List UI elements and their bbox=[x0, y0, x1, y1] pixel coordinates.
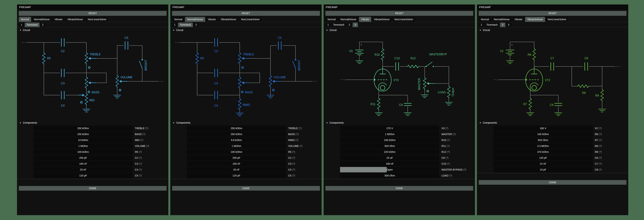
help-link[interactable]: (?) bbox=[447, 150, 450, 153]
value-slider[interactable]: 820 Ohm bbox=[494, 137, 593, 143]
value-slider[interactable]: 100 kOhm bbox=[34, 149, 133, 155]
subtab-1[interactable]: 1 bbox=[172, 23, 178, 27]
value-slider[interactable]: 270 V bbox=[340, 126, 439, 131]
help-link[interactable]: (?) bbox=[449, 174, 452, 177]
help-link[interactable]: (?) bbox=[145, 127, 148, 130]
tab-vibratodeluxe[interactable]: VibratoDeluxe bbox=[65, 17, 85, 22]
help-link[interactable]: (?) bbox=[298, 127, 302, 130]
help-link[interactable]: (?) bbox=[446, 156, 448, 159]
circuit-section-header[interactable]: ▼ Circuit bbox=[477, 27, 628, 32]
help-link[interactable]: (?) bbox=[599, 156, 602, 159]
tab-nonlinearsolver[interactable]: NonLinearSolver bbox=[392, 17, 415, 22]
circuit-section-header[interactable]: ▼ Circuit bbox=[324, 27, 475, 32]
value-slider[interactable]: 100 kOhm bbox=[340, 137, 439, 143]
value-slider[interactable]: 10 kOhm bbox=[34, 137, 133, 143]
subtab-2[interactable]: 2 bbox=[347, 23, 352, 27]
subtab-2[interactable]: 2 bbox=[500, 23, 505, 27]
help-link[interactable]: (?) bbox=[300, 145, 302, 147]
done-button[interactable]: DONE bbox=[326, 186, 473, 191]
tab-nonlinearsolver[interactable]: NonLinearSolver bbox=[239, 17, 262, 22]
reset-button[interactable]: RESET bbox=[172, 11, 320, 16]
tab-normaldeluxe[interactable]: NormalDeluxe bbox=[492, 17, 512, 22]
circuit-section-header[interactable]: ▼ Circuit bbox=[17, 27, 168, 32]
tab-normaldeluxe[interactable]: NormalDeluxe bbox=[338, 17, 358, 22]
value-slider[interactable]: 25 uF bbox=[340, 155, 439, 160]
value-slider[interactable]: 250 kOhm bbox=[34, 126, 133, 131]
components-section-header[interactable]: ▼ Components bbox=[477, 120, 628, 125]
tab-nonlinearsolver[interactable]: NonLinearSolver bbox=[546, 17, 568, 22]
tab-normal[interactable]: Normal bbox=[19, 17, 31, 22]
value-slider[interactable]: 100 nF bbox=[340, 161, 439, 166]
help-link[interactable]: (?) bbox=[292, 168, 295, 171]
value-slider[interactable]: 500 Ohm bbox=[340, 173, 439, 178]
value-slider[interactable]: 820 Ohm bbox=[340, 143, 439, 149]
tab-vibrato[interactable]: Vibrato bbox=[206, 17, 218, 22]
value-slider[interactable]: 120 pF bbox=[494, 155, 593, 160]
help-link[interactable]: (?) bbox=[295, 139, 298, 141]
help-link[interactable]: (?) bbox=[599, 139, 602, 141]
tab-normal[interactable]: Normal bbox=[326, 17, 338, 22]
tab-normal[interactable]: Normal bbox=[479, 17, 491, 22]
help-link[interactable]: (?) bbox=[139, 174, 142, 177]
subtab-3[interactable]: 3 bbox=[352, 23, 358, 27]
value-slider[interactable]: 250 pF bbox=[187, 155, 286, 160]
reset-button[interactable]: RESET bbox=[19, 11, 166, 16]
value-slider[interactable]: 250 kOhm bbox=[187, 131, 286, 137]
help-link[interactable]: (?) bbox=[447, 162, 450, 165]
subtab-tonestack[interactable]: Tonestack bbox=[484, 23, 500, 27]
help-link[interactable]: (?) bbox=[292, 162, 295, 165]
help-link[interactable]: (?) bbox=[447, 145, 450, 147]
help-link[interactable]: (?) bbox=[292, 150, 295, 153]
value-slider[interactable]: 1 MOhm bbox=[187, 143, 286, 149]
tab-normaldeluxe[interactable]: NormalDeluxe bbox=[32, 17, 52, 22]
tab-normal[interactable]: Normal bbox=[172, 17, 184, 22]
subtab-1[interactable]: 1 bbox=[19, 23, 24, 27]
value-slider[interactable]: 100 nF bbox=[187, 161, 286, 166]
help-link[interactable]: (?) bbox=[599, 145, 602, 147]
help-link[interactable]: (?) bbox=[139, 150, 142, 153]
value-slider[interactable]: 470 kOhm bbox=[494, 149, 593, 155]
help-link[interactable]: (?) bbox=[139, 168, 142, 171]
value-slider[interactable]: 3.3 MOhm bbox=[494, 143, 593, 149]
help-link[interactable]: (?) bbox=[598, 127, 602, 130]
help-link[interactable]: (?) bbox=[599, 133, 602, 136]
help-link[interactable]: (?) bbox=[292, 174, 295, 177]
help-link[interactable]: (?) bbox=[599, 150, 602, 153]
subtab-1[interactable]: 1 bbox=[326, 23, 331, 27]
tab-vibratodeluxe[interactable]: VibratoDeluxe bbox=[372, 17, 392, 22]
help-link[interactable]: (?) bbox=[447, 139, 450, 141]
help-link[interactable]: (?) bbox=[463, 168, 466, 171]
subtab-3[interactable]: 3 bbox=[506, 23, 511, 27]
tab-vibrato[interactable]: Vibrato bbox=[52, 17, 64, 22]
subtab-tonestack[interactable]: Tonestack bbox=[25, 23, 40, 27]
done-button[interactable]: DONE bbox=[19, 186, 166, 191]
help-link[interactable]: (?) bbox=[146, 145, 149, 147]
value-slider[interactable]: 120 pF bbox=[187, 173, 286, 178]
help-link[interactable]: (?) bbox=[296, 133, 298, 136]
value-slider[interactable]: 250 kOhm bbox=[34, 131, 133, 137]
value-slider[interactable]: 20 nF bbox=[34, 167, 133, 172]
help-link[interactable]: (?) bbox=[292, 156, 295, 159]
value-slider[interactable]: 1 MOhm bbox=[34, 143, 133, 149]
help-link[interactable]: (?) bbox=[452, 133, 456, 136]
help-link[interactable]: (?) bbox=[599, 168, 602, 171]
value-slider[interactable]: 20 nF bbox=[187, 167, 286, 172]
help-link[interactable]: (?) bbox=[140, 139, 143, 141]
help-link[interactable]: (?) bbox=[599, 162, 602, 165]
help-link[interactable]: (?) bbox=[139, 162, 142, 165]
value-slider[interactable]: 1 MOhm bbox=[340, 131, 439, 137]
value-slider[interactable]: 250 pF bbox=[34, 155, 133, 160]
subtab-2[interactable]: 2 bbox=[40, 23, 46, 27]
reset-button[interactable]: RESET bbox=[479, 11, 626, 16]
done-button[interactable]: DONE bbox=[172, 186, 320, 191]
help-link[interactable]: (?) bbox=[445, 127, 448, 130]
value-slider[interactable]: 180 V bbox=[494, 126, 593, 131]
value-slider[interactable]: 120 pF bbox=[34, 173, 133, 178]
components-section-header[interactable]: ▼ Components bbox=[170, 120, 322, 125]
components-section-header[interactable]: ▼ Components bbox=[324, 120, 475, 125]
done-button[interactable]: DONE bbox=[479, 180, 626, 185]
tab-vibrato[interactable]: Vibrato bbox=[359, 17, 371, 22]
value-slider[interactable]: 10 pF bbox=[494, 167, 593, 172]
reset-button[interactable]: RESET bbox=[326, 11, 473, 16]
subtab-1[interactable]: 1 bbox=[479, 23, 484, 27]
